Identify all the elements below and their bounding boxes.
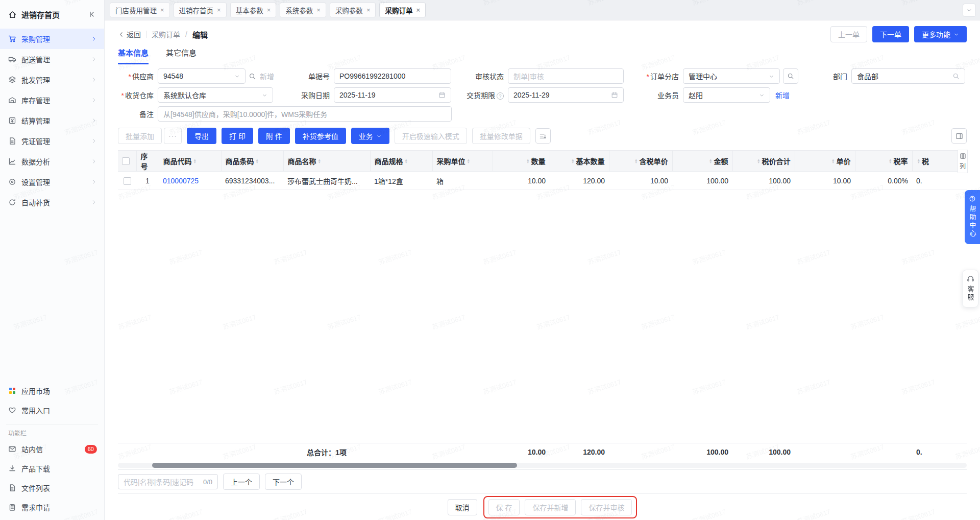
sort-icon[interactable]: ▲▼ [634, 158, 638, 164]
horizontal-scrollbar[interactable] [118, 463, 967, 468]
sidebar-item-analytics[interactable]: 数据分析 [0, 151, 104, 172]
sidebar-item-replenish[interactable]: 自动补货 [0, 192, 104, 212]
sort-icon[interactable]: ▲▼ [831, 158, 835, 164]
product-code-link[interactable]: 010000725 [163, 177, 199, 185]
sidebar-item-inventory[interactable]: 库存管理 [0, 90, 104, 110]
sidebar-item-voucher[interactable]: 凭证管理 [0, 131, 104, 151]
sidebar-home[interactable]: 进销存首页 [0, 0, 104, 29]
quick-input-mode-button[interactable]: 开启极速输入模式 [395, 128, 467, 144]
prev-item-button[interactable]: 上一个 [223, 474, 260, 490]
tab-purchase-order[interactable]: 采购订单× [379, 3, 426, 17]
select-all-checkbox[interactable] [122, 157, 130, 165]
sidebar-item-delivery[interactable]: 配送管理 [0, 49, 104, 69]
col-unit[interactable]: 采购单位▲▼ [432, 151, 493, 172]
col-product-code[interactable]: 商品代码▲▼ [159, 151, 221, 172]
search-icon[interactable] [952, 73, 960, 80]
sort-icon[interactable]: ▲▼ [709, 158, 712, 164]
batch-add-more-button[interactable]: ··· [164, 128, 182, 144]
business-button[interactable]: 业务 [351, 128, 389, 144]
tab-other-info[interactable]: 其它信息 [166, 47, 197, 64]
tabs-overflow-button[interactable] [963, 4, 976, 17]
close-icon[interactable]: × [217, 7, 221, 13]
close-icon[interactable]: × [366, 7, 371, 13]
tab-basic-info[interactable]: 基本信息 [118, 47, 149, 64]
col-qty[interactable]: ▲▼数量 [493, 151, 550, 172]
save-button[interactable]: 保 存 [488, 499, 520, 515]
department-field[interactable]: 食品部 [851, 68, 965, 84]
close-icon[interactable]: × [416, 7, 420, 13]
sort-icon[interactable]: ▲▼ [318, 158, 321, 164]
sort-icon[interactable]: ▲▼ [193, 158, 197, 164]
remark-field[interactable]: 从[94548]供应商，采购[10.0000]件，WMS采购任务 [158, 106, 452, 122]
sidebar-item-purchase[interactable]: 采购管理 [0, 29, 104, 49]
col-tax-rate[interactable]: ▲▼税率 [855, 151, 912, 172]
column-config-button[interactable]: 列 [958, 150, 968, 173]
save-and-audit-button[interactable]: 保存并审核 [581, 499, 632, 515]
tab-purchase-params[interactable]: 采购参数× [330, 3, 376, 17]
attachment-button[interactable]: 附 件 [258, 128, 290, 144]
sort-icon[interactable]: ▲▼ [526, 158, 529, 164]
col-amount[interactable]: ▲▼金额 [672, 151, 732, 172]
branch-select[interactable]: 管理中心 [683, 68, 780, 84]
supplier-search-icon[interactable] [246, 68, 259, 84]
sidebar-item-demand-request[interactable]: 需求申请 [0, 498, 104, 517]
save-and-new-button[interactable]: 保存并新增 [525, 499, 576, 515]
prev-order-button[interactable]: 上一单 [830, 26, 867, 42]
sort-icon[interactable]: ▲▼ [757, 158, 760, 164]
export-button[interactable]: 导出 [187, 128, 216, 144]
close-icon[interactable]: × [267, 7, 271, 13]
next-item-button[interactable]: 下一个 [265, 474, 302, 490]
sort-icon[interactable]: ▲▼ [571, 158, 574, 164]
side-panel-toggle-button[interactable] [951, 128, 967, 144]
row-checkbox[interactable] [124, 177, 131, 185]
audit-status-field[interactable]: 制单|审核 [508, 68, 624, 84]
sort-icon[interactable]: ▲▼ [917, 158, 920, 164]
sort-icon[interactable]: ▲▼ [405, 158, 408, 164]
more-functions-button[interactable]: 更多功能 [914, 26, 967, 42]
col-price[interactable]: ▲▼单价 [795, 151, 855, 172]
sidebar-item-product-download[interactable]: 产品下载 [0, 459, 104, 478]
sort-icon[interactable]: ▲▼ [467, 158, 470, 164]
info-icon[interactable]: ? [497, 92, 504, 100]
customer-service-tab[interactable]: 客服 [962, 270, 978, 308]
sidebar-item-favorites[interactable]: 常用入口 [0, 400, 104, 420]
salesman-select[interactable]: 赵阳 [683, 87, 770, 103]
row-settings-button[interactable] [535, 128, 551, 144]
back-button[interactable]: 返回 [118, 29, 141, 39]
cancel-button[interactable]: 取消 [448, 499, 477, 515]
supplier-select[interactable]: 94548 [158, 68, 246, 84]
sidebar-item-settlement[interactable]: 结算管理 [0, 110, 104, 131]
col-tax-total[interactable]: ▲▼税价合计 [732, 151, 795, 172]
col-tax-price[interactable]: ▲▼含税单价 [609, 151, 672, 172]
close-icon[interactable]: × [316, 7, 321, 13]
sidebar-collapse-icon[interactable] [88, 10, 96, 18]
sort-icon[interactable]: ▲▼ [889, 158, 892, 164]
sidebar-item-messages[interactable]: 站内信 60 [0, 439, 104, 459]
tab-inventory-home[interactable]: 进销存首页× [174, 3, 227, 17]
sidebar-item-wholesale[interactable]: 批发管理 [0, 69, 104, 90]
batch-add-button[interactable]: 批量添加 [118, 128, 162, 144]
col-barcode[interactable]: 商品条码▲▼ [221, 151, 283, 172]
next-order-button[interactable]: 下一单 [872, 26, 909, 42]
scrollbar-thumb[interactable] [152, 463, 517, 468]
batch-modify-button[interactable]: 批量修改单据 [472, 128, 530, 144]
breadcrumb-parent[interactable]: 采购订单 [152, 29, 180, 39]
replenish-reference-button[interactable]: 补货参考值 [295, 128, 346, 144]
tab-system-params[interactable]: 系统参数× [280, 3, 326, 17]
tab-basic-params[interactable]: 基本参数× [230, 3, 277, 17]
print-button[interactable]: 打 印 [222, 128, 253, 144]
col-product-name[interactable]: 商品名称▲▼ [283, 151, 370, 172]
purchase-date-field[interactable]: 2025-11-19 [334, 87, 451, 103]
quickfind-input[interactable]: 代码|名称|条码|速记码 0/0 [118, 474, 218, 489]
sort-icon[interactable]: ▲▼ [256, 158, 259, 164]
doc-no-field[interactable]: PO99661992281000 [334, 68, 451, 84]
warehouse-select[interactable]: 系统默认仓库 [158, 87, 273, 103]
table-row[interactable]: 1 010000725 69331234003... 莎布蕾武士曲奇牛奶... … [118, 172, 967, 190]
tab-store-expense[interactable]: 门店费用管理× [110, 3, 170, 17]
col-spec[interactable]: 商品规格▲▼ [370, 151, 432, 172]
sidebar-item-file-list[interactable]: 文件列表 [0, 478, 104, 498]
deadline-field[interactable]: 2025-11-29 [508, 87, 624, 103]
salesman-add-button[interactable]: 新增 [775, 90, 790, 100]
sidebar-item-app-market[interactable]: 应用市场 [0, 381, 104, 400]
close-icon[interactable]: × [160, 7, 164, 13]
